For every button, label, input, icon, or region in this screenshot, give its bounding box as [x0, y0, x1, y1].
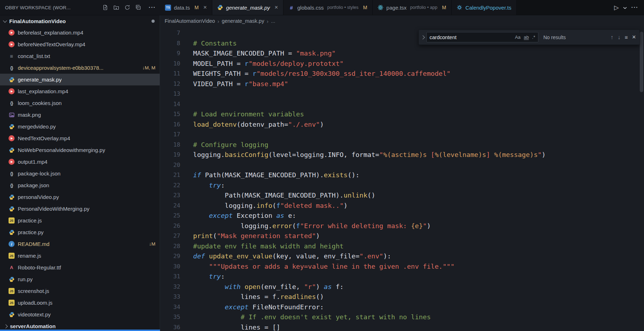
code-line-27[interactable]: 27print("Mask generation started") [160, 231, 639, 241]
line-number: 20 [160, 160, 180, 170]
file-name: screenshot.js [18, 288, 49, 294]
toggle-replace-icon[interactable] [419, 30, 426, 44]
code-line-34[interactable]: 34 except FileNotFoundError: [160, 302, 639, 312]
code-line-28[interactable]: 28#update env file mask width and height [160, 241, 639, 252]
file-row-loom_cookies.json[interactable]: {}loom_cookies.json [0, 97, 160, 109]
breadcrumb-item[interactable]: FinalAutomationVideo [165, 18, 215, 24]
breadcrumb-item[interactable]: ... [271, 18, 275, 24]
find-widget: cardcontent Aa ab .* No results ↑ ↓ ≡ × [419, 30, 640, 45]
code-line-24[interactable]: 24 logging.info(f"deleted mask..") [160, 201, 639, 211]
code-line-31[interactable]: 31 try: [160, 272, 639, 282]
code-line-29[interactable]: 29def update_env_value(key, value, env_f… [160, 251, 639, 262]
file-row-beforelast_explanation.mp4[interactable]: ▶beforelast_explanation.mp4 [0, 27, 160, 38]
run-button[interactable]: ▷ [614, 4, 619, 11]
file-row-concat_list.txt[interactable]: ≡concat_list.txt [0, 50, 160, 62]
file-row-Roboto-Regular.ttf[interactable]: ARoboto-Regular.ttf [0, 262, 160, 273]
more-actions-icon[interactable]: ··· [148, 3, 156, 12]
tab-generate_mask.py[interactable]: generate_mask.py× [212, 0, 283, 15]
whole-word-icon[interactable]: ab [524, 35, 529, 40]
code-line-16[interactable]: 16load_dotenv(dotenv_path="./.env") [160, 120, 639, 130]
chevron-down-icon [3, 19, 7, 22]
code-area: 78# Constants9MASK_IMAGE_ENCODED_PATH = … [160, 27, 639, 331]
file-row-output1.mp4[interactable]: ▶output1.mp4 [0, 156, 160, 168]
close-icon[interactable]: × [275, 4, 278, 11]
folder-name: serverAutomation [10, 323, 55, 329]
code-line-13[interactable]: 13 [160, 89, 639, 99]
file-row-NoWebPersonalvideowithmerging.py[interactable]: NoWebPersonalvideowithmerging.py [0, 144, 160, 156]
close-icon[interactable]: × [203, 4, 207, 11]
file-row-PersonalVideoWithMerging.py[interactable]: PersonalVideoWithMerging.py [0, 203, 160, 215]
file-row-screenshot.js[interactable]: JSscreenshot.js [0, 285, 160, 297]
regex-icon[interactable]: .* [532, 35, 535, 40]
more-actions-icon[interactable]: ··· [631, 4, 638, 11]
file-row-NeedTextOverlay.mp4[interactable]: ▶NeedTextOverlay.mp4 [0, 132, 160, 144]
file-row-last_explanation.mp4[interactable]: ▶last_explanation.mp4 [0, 85, 160, 97]
file-row-deviceapprovalsystem-e0bb30378...[interactable]: {}deviceapprovalsystem-e0bb30378...↓M, M [0, 62, 160, 74]
folder-root-finalautomationvideo[interactable]: FinalAutomationVideo [0, 15, 160, 27]
file-row-beforeNeedTextOverlay.mp4[interactable]: ▶beforeNeedTextOverlay.mp4 [0, 38, 160, 50]
tab-data.ts[interactable]: TSdata.tsM× [160, 0, 212, 15]
code-line-9[interactable]: 9MASK_IMAGE_ENCODED_PATH = "mask.png" [160, 48, 639, 59]
file-name: beforeNeedTextOverlay.mp4 [18, 41, 85, 47]
file-row-uploadLoom.js[interactable]: JSuploadLoom.js [0, 297, 160, 309]
code-line-12[interactable]: 12VIDEO_PATH = r"base.mp4" [160, 79, 639, 89]
editor-scrollbar[interactable] [639, 27, 644, 331]
tab-label: generate_mask.py [226, 5, 270, 11]
code-line-30[interactable]: 30 """Updates or adds a key=value line i… [160, 262, 639, 272]
file-row-rename.js[interactable]: JSrename.js [0, 250, 160, 262]
code-line-17[interactable]: 17 [160, 130, 639, 140]
search-input[interactable]: cardcontent Aa ab .* [426, 32, 538, 42]
tab-page.tsx[interactable]: page.tsxportfolio • appM [373, 0, 452, 15]
code-line-35[interactable]: 35 # If .env doesn't exist yet, start wi… [160, 312, 639, 322]
code-line-32[interactable]: 32 with open(env_file, "r") as f: [160, 282, 639, 292]
file-name: last_explanation.mp4 [18, 88, 68, 94]
javascript-file-icon: JS [9, 253, 15, 259]
file-row-package.json[interactable]: {}package.json [0, 179, 160, 191]
file-row-practice.py[interactable]: practice.py [0, 226, 160, 238]
code-line-26[interactable]: 26 logging.error(f"Error while deleting … [160, 221, 639, 231]
match-case-icon[interactable]: Aa [515, 35, 521, 40]
code-line-11[interactable]: 11WEIGHTS_PATH = r"models/res10_300x300_… [160, 69, 639, 79]
line-number: 14 [160, 99, 180, 110]
code-line-25[interactable]: 25 except Exception as e: [160, 211, 639, 221]
file-row-practice.js[interactable]: JSpractice.js [0, 215, 160, 226]
code-line-10[interactable]: 10MODEL_PATH = r"models/deploy.prototxt" [160, 59, 639, 69]
file-row-generate_mask.py[interactable]: generate_mask.py [0, 74, 160, 85]
previous-match-icon[interactable]: ↑ [611, 34, 613, 41]
file-row-videototext.py[interactable]: videototext.py [0, 309, 160, 320]
line-number: 17 [160, 130, 180, 140]
code-line-20[interactable]: 20 [160, 160, 639, 170]
code-line-21[interactable]: 21if Path(MASK_IMAGE_ENCODED_PATH).exist… [160, 170, 639, 180]
code-line-15[interactable]: 15# Load environment variables [160, 109, 639, 120]
code-line-33[interactable]: 33 lines = f.readlines() [160, 292, 639, 302]
react-file-icon [378, 5, 384, 11]
find-in-selection-icon[interactable]: ≡ [625, 34, 628, 40]
new-file-icon[interactable] [101, 3, 110, 12]
scrollbar-thumb[interactable] [640, 32, 643, 92]
file-row-README.md[interactable]: iREADME.md↓M [0, 238, 160, 250]
json-file-icon: {} [9, 100, 15, 106]
file-row-mergedvideo.py[interactable]: mergedvideo.py [0, 121, 160, 132]
breadcrumb-item[interactable]: generate_mask.py [222, 18, 264, 24]
line-number: 34 [160, 302, 180, 312]
file-row-run.py[interactable]: run.py [0, 273, 160, 285]
code-line-36[interactable]: 36 lines = [] [160, 322, 639, 331]
file-row-package-lock.json[interactable]: {}package-lock.json [0, 168, 160, 179]
file-row-mask.png[interactable]: mask.png [0, 109, 160, 121]
run-dropdown-icon[interactable] [623, 4, 627, 11]
tab-CalendlyPopover.ts[interactable]: CalendlyPopover.ts [452, 0, 517, 15]
next-match-icon[interactable]: ↓ [618, 34, 621, 41]
collapse-folders-icon[interactable] [134, 3, 143, 12]
code-line-18[interactable]: 18# Configure logging [160, 140, 639, 150]
file-row-personalVideo.py[interactable]: personalVideo.py [0, 191, 160, 203]
code-line-22[interactable]: 22 try: [160, 180, 639, 191]
close-icon[interactable]: × [632, 33, 636, 41]
code-line-19[interactable]: 19logging.basicConfig(level=logging.INFO… [160, 150, 639, 160]
new-folder-icon[interactable] [112, 3, 121, 12]
json-file-icon: {} [9, 170, 15, 177]
tab-globals.css[interactable]: #globals.cssportfolio • stylesM [283, 0, 373, 15]
code-line-14[interactable]: 14 [160, 99, 639, 110]
refresh-icon[interactable] [123, 3, 132, 12]
code-line-23[interactable]: 23 Path(MASK_IMAGE_ENCODED_PATH).unlink(… [160, 190, 639, 201]
file-name: Roboto-Regular.ttf [18, 264, 61, 270]
